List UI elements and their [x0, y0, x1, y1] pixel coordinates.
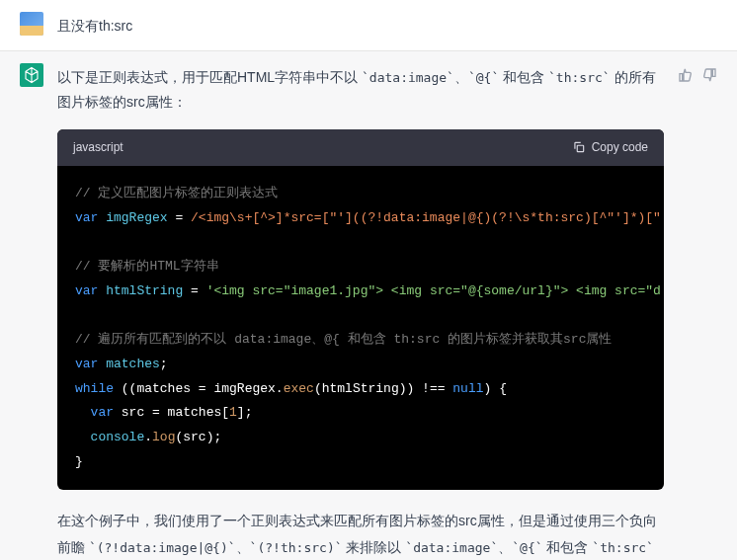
thumbs-up-icon[interactable] [678, 67, 694, 83]
code-language-label: javascript [73, 137, 123, 159]
copy-code-button[interactable]: Copy code [572, 137, 648, 159]
inline-code: `th:src` [592, 540, 654, 555]
inline-code: `(?!data:image|@{)` [89, 540, 236, 555]
code-body: // 定义匹配图片标签的正则表达式 var imgRegex = /<img\s… [57, 166, 664, 490]
svg-rect-0 [577, 146, 583, 152]
intro-paragraph: 以下是正则表达式，用于匹配HTML字符串中不以 `data:image`、`@{… [57, 65, 664, 115]
inline-code: `@{` [468, 70, 499, 85]
code-block: javascript Copy code // 定义匹配图片标签的正则表达式 v… [57, 129, 664, 491]
user-avatar [20, 12, 43, 36]
assistant-content: 以下是正则表达式，用于匹配HTML字符串中不以 `data:image`、`@{… [57, 63, 664, 560]
inline-code: `(?!th:src)` [250, 540, 343, 555]
assistant-avatar [20, 63, 43, 87]
thumbs-down-icon[interactable] [701, 67, 717, 83]
clipboard-icon [572, 140, 586, 154]
inline-code: `@{` [512, 540, 542, 555]
inline-code: `data:image` [405, 540, 498, 555]
openai-icon [23, 66, 41, 84]
inline-code: `th:src` [548, 70, 611, 85]
user-message: 且没有th:src [0, 0, 737, 50]
explanation-paragraph: 在这个例子中，我们使用了一个正则表达式来匹配所有图片标签的src属性，但是通过使… [57, 508, 664, 560]
code-header: javascript Copy code [57, 129, 664, 167]
inline-code: `data:image` [362, 70, 454, 85]
user-message-text: 且没有th:src [57, 12, 717, 39]
feedback-buttons [678, 63, 717, 560]
assistant-message: 以下是正则表达式，用于匹配HTML字符串中不以 `data:image`、`@{… [0, 50, 737, 560]
